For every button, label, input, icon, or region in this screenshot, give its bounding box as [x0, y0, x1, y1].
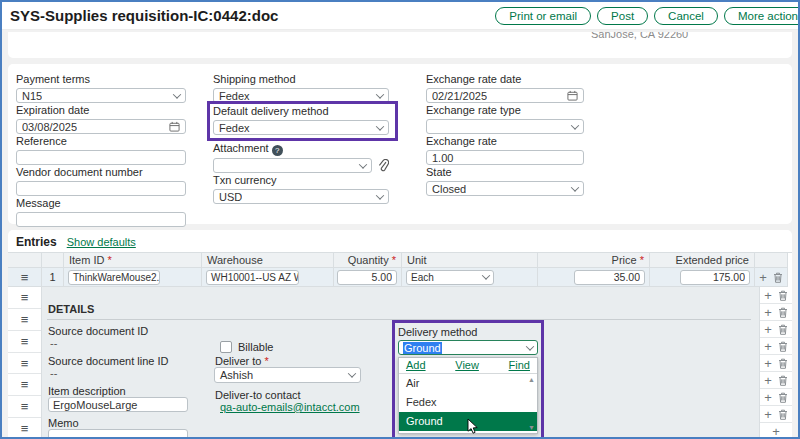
- add-link[interactable]: Add: [406, 359, 426, 371]
- document-form-card: Payment terms N15 Expiration date 03/08/…: [8, 64, 792, 224]
- cancel-button[interactable]: Cancel: [654, 7, 718, 25]
- item-id-column-header: Item ID: [64, 253, 202, 268]
- default-delivery-method-select[interactable]: Fedex: [213, 120, 389, 135]
- delete-row-icon[interactable]: [778, 409, 788, 420]
- form-column-1: Payment terms N15 Expiration date 03/08/…: [16, 72, 186, 227]
- exchange-rate-date-value: 02/21/2025: [432, 90, 487, 102]
- deliver-to-select[interactable]: Ashish: [214, 367, 361, 383]
- paperclip-icon[interactable]: [377, 159, 389, 173]
- delete-row-icon[interactable]: [778, 341, 788, 352]
- message-input[interactable]: [16, 212, 186, 227]
- extended-price-cell: [650, 268, 755, 287]
- delete-row-icon[interactable]: [778, 307, 788, 318]
- chevron-down-icon: [571, 121, 579, 129]
- row-drag-handle[interactable]: ≡: [8, 331, 41, 353]
- row-actions: +: [760, 406, 792, 423]
- extended-price-input[interactable]: [680, 270, 750, 285]
- add-row-icon[interactable]: +: [759, 271, 767, 284]
- source-document-line-id-label: Source document line ID: [48, 355, 168, 367]
- add-row-icon[interactable]: +: [772, 425, 780, 438]
- reference-label: Reference: [16, 135, 186, 148]
- show-defaults-link[interactable]: Show defaults: [67, 236, 136, 248]
- add-row-icon[interactable]: +: [764, 340, 772, 353]
- add-row-icon[interactable]: +: [764, 289, 772, 302]
- option-fedex[interactable]: Fedex: [399, 393, 524, 412]
- entries-title: Entries: [16, 235, 57, 249]
- title-bar: SYS-Supplies requisition-IC:0442:doc Pri…: [2, 2, 798, 30]
- option-air[interactable]: Air: [399, 374, 524, 393]
- scroll-up-icon[interactable]: ▲: [528, 376, 535, 383]
- default-delivery-method-label: Default delivery method: [213, 105, 389, 118]
- state-value: Closed: [432, 183, 466, 195]
- delivery-method-combobox[interactable]: Ground: [398, 340, 538, 355]
- more-actions-button[interactable]: More action: [724, 7, 798, 25]
- required-asterisk: [640, 254, 644, 266]
- row-drag-handle[interactable]: ≡: [8, 418, 41, 437]
- warehouse-select[interactable]: WH10001--US AZ Wa: [206, 270, 299, 285]
- post-button[interactable]: Post: [597, 7, 648, 25]
- delete-row-icon[interactable]: [778, 358, 788, 369]
- memo-input[interactable]: [48, 429, 188, 437]
- attachment-label: Attachment?: [213, 142, 389, 156]
- delete-row-icon[interactable]: [778, 290, 788, 301]
- print-or-email-button[interactable]: Print or email: [495, 7, 591, 25]
- reference-input[interactable]: [16, 150, 186, 165]
- expiration-date-field[interactable]: 03/08/2025: [16, 119, 186, 134]
- row-drag-handle[interactable]: ≡: [8, 287, 41, 309]
- row-drag-handle[interactable]: ≡: [8, 374, 41, 396]
- item-id-select[interactable]: ThinkWareMouse2.0--I: [68, 270, 160, 285]
- form-column-3: Exchange rate date 02/21/2025 Exchange r…: [426, 72, 584, 196]
- payment-terms-select[interactable]: N15: [16, 88, 186, 103]
- warehouse-value: WH10001--US AZ Wa: [211, 272, 299, 283]
- deliver-to-contact-link[interactable]: qa-auto-emails@intacct.com: [220, 401, 360, 413]
- extended-price-column-header: Extended price: [650, 253, 755, 268]
- delete-row-icon[interactable]: [778, 392, 788, 403]
- attachment-select[interactable]: [213, 158, 372, 173]
- item-description-input[interactable]: [48, 397, 188, 412]
- exchange-rate-date-field[interactable]: 02/21/2025: [426, 88, 584, 103]
- price-input[interactable]: [574, 270, 645, 285]
- delete-row-icon[interactable]: [778, 324, 788, 335]
- state-select[interactable]: Closed: [426, 181, 584, 196]
- vendor-document-number-input[interactable]: [16, 181, 186, 196]
- row-drag-handle[interactable]: ≡: [8, 353, 41, 375]
- row-actions-column: + + + + + + + + +: [759, 287, 792, 437]
- chevron-down-icon: [482, 271, 490, 279]
- row-drag-handle[interactable]: ≡: [8, 396, 41, 418]
- add-row-icon[interactable]: +: [764, 408, 772, 421]
- unit-select[interactable]: Each: [406, 270, 494, 285]
- calendar-icon[interactable]: [169, 121, 180, 132]
- find-link[interactable]: Find: [509, 359, 530, 371]
- exchange-rate-type-select[interactable]: [426, 119, 584, 134]
- delete-row-icon[interactable]: [778, 375, 788, 386]
- item-description-label: Item description: [48, 385, 126, 397]
- chevron-down-icon: [173, 90, 181, 98]
- delete-row-icon[interactable]: [773, 272, 783, 283]
- add-row-icon[interactable]: +: [764, 374, 772, 387]
- form-column-2: Shipping method Fedex Default delivery m…: [213, 72, 389, 204]
- chevron-down-icon: [376, 90, 384, 98]
- calendar-icon[interactable]: [567, 90, 578, 101]
- warehouse-cell: WH10001--US AZ Wa: [202, 268, 334, 287]
- add-row-icon[interactable]: +: [764, 357, 772, 370]
- quantity-input[interactable]: [337, 270, 397, 285]
- txn-currency-select[interactable]: USD: [213, 189, 389, 204]
- add-row-icon[interactable]: +: [764, 323, 772, 336]
- add-row-icon[interactable]: +: [764, 306, 772, 319]
- scroll-down-icon[interactable]: ▼: [528, 424, 535, 431]
- state-label: State: [426, 166, 584, 179]
- exchange-rate-input[interactable]: [426, 150, 584, 165]
- add-row-icon[interactable]: +: [764, 391, 772, 404]
- help-icon[interactable]: ?: [272, 145, 283, 156]
- billable-checkbox[interactable]: [220, 341, 232, 353]
- shipping-method-label: Shipping method: [213, 73, 389, 86]
- row-drag-handle[interactable]: ≡: [8, 309, 41, 331]
- row-actions: +: [760, 321, 792, 338]
- row-drag-handle[interactable]: ≡: [8, 268, 42, 287]
- row-actions-column-header: [755, 253, 788, 268]
- vendor-document-number-label: Vendor document number: [16, 166, 186, 179]
- vendor-address-text: SanJose, CA 92260: [591, 32, 688, 40]
- details-panel: DETAILS Source document ID -- Source doc…: [42, 287, 759, 437]
- view-link[interactable]: View: [455, 359, 479, 371]
- quantity-column-header: Quantity: [334, 253, 402, 268]
